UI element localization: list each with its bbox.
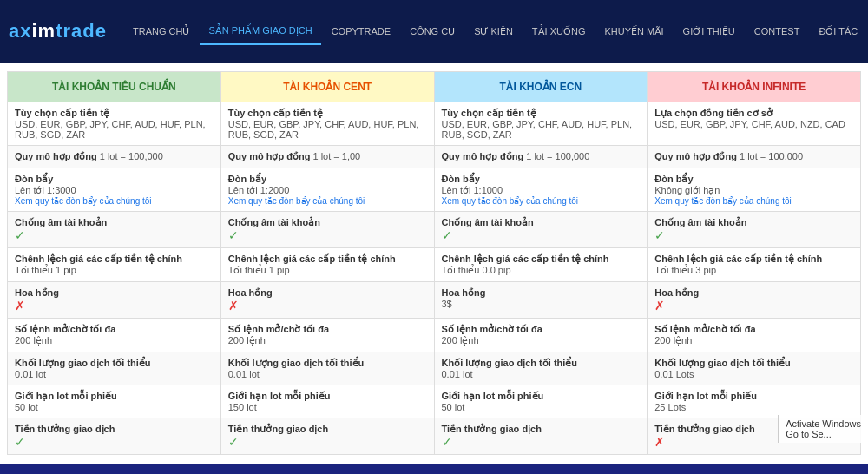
ecn-bonus-label: Tiền thưởng giao dịch (442, 424, 641, 435)
cent-currency-value: USD, EUR, GBP, JPY, CHF, AUD, HUF, PLN, … (228, 119, 427, 140)
std-bonus-label: Tiền thưởng giao dịch (15, 424, 214, 435)
cent-minvol-label: Khối lượng giao dịch tối thiểu (228, 358, 427, 369)
cent-protection-check: ✓ (228, 228, 427, 242)
header-standard: TÀI KHOẢN TIÊU CHUẨN (8, 72, 221, 102)
navbar: aximtrade TRANG CHỦ SẢN PHẨM GIAO DỊCH C… (0, 0, 868, 63)
std-contract-value: 1 lot = 100,000 (100, 151, 163, 161)
nav-san-pham[interactable]: SẢN PHẨM GIAO DỊCH (200, 17, 320, 45)
cent-maxlot-value: 150 lot (228, 402, 427, 412)
cent-leverage-value: Lên tới 1:2000 (228, 185, 427, 196)
row-leverage: Đòn bẩy Lên tới 1:3000 Xem quy tắc đòn b… (8, 168, 861, 212)
nav-su-kien[interactable]: SỰ KIỆN (465, 18, 522, 44)
goto-text: Go to Se... (786, 429, 861, 439)
cent-bonus-label: Tiền thưởng giao dịch (228, 424, 427, 435)
std-leverage-link[interactable]: Xem quy tắc đòn bẩy của chúng tôi (15, 196, 214, 206)
std-minvol-label: Khối lượng giao dịch tối thiểu (15, 358, 214, 369)
std-spread-value: Tối thiểu 1 pip (15, 265, 214, 276)
ecn-leverage-label: Đòn bẩy (442, 174, 641, 185)
logo[interactable]: aximtrade (9, 20, 107, 43)
inf-leverage-label: Đòn bẩy (654, 174, 853, 185)
std-commission-cross: ✗ (15, 299, 214, 313)
ecn-protection-label: Chống âm tài khoản (442, 217, 641, 228)
nav-gioi-thieu[interactable]: GIỚI THIỆU (674, 18, 744, 44)
comparison-table: TÀI KHOẢN TIÊU CHUẨN TÀI KHOẢN CENT TÀI … (7, 71, 861, 455)
ecn-minvol-value: 0.01 lot (442, 369, 641, 379)
cent-leverage-label: Đòn bẩy (228, 174, 427, 185)
nav-contest[interactable]: CONTEST (746, 18, 809, 44)
nav-tai-xuong[interactable]: TẢI XUỐNG (523, 18, 595, 44)
row-min-volume: Khối lượng giao dịch tối thiểu 0.01 lot … (8, 352, 861, 385)
ecn-spread-value: Tối thiểu 0.0 pip (442, 265, 641, 276)
inf-maxlot-value: 25 Lots (654, 402, 853, 412)
cent-minvol-value: 0.01 lot (228, 369, 427, 379)
row-bonus: Tiền thưởng giao dịch ✓ Tiền thưởng giao… (8, 418, 861, 455)
inf-currency-label: Lựa chọn đồng tiền cơ sở (654, 108, 853, 119)
ecn-leverage-value: Lên tới 1:1000 (442, 185, 641, 196)
ecn-leverage-link[interactable]: Xem quy tắc đòn bẩy của chúng tôi (442, 196, 641, 206)
row-commission: Hoa hồng ✗ Hoa hồng ✗ Hoa hồng 3$ Hoa hồ… (8, 282, 861, 319)
std-currency-label: Tùy chọn cấp tiền tệ (15, 108, 214, 119)
std-minvol-value: 0.01 lot (15, 369, 214, 379)
std-orders-label: Số lệnh mở/chờ tối đa (15, 324, 214, 335)
header-infinite: TÀI KHOẢN INFINITE (648, 72, 861, 102)
inf-protection-check: ✓ (654, 228, 853, 242)
inf-currency-value: USD, EUR, GBP, JPY, CHF, AUD, NZD, CAD (654, 119, 853, 129)
ecn-maxlot-value: 50 lot (442, 402, 641, 412)
cent-bonus-check: ✓ (228, 435, 427, 449)
nav-trang-chu[interactable]: TRANG CHỦ (124, 18, 198, 44)
inf-spread-value: Tối thiểu 3 pip (654, 265, 853, 276)
inf-minvol-label: Khối lượng giao dịch tối thiểu (654, 358, 853, 369)
inf-contract-value: 1 lot = 100,000 (740, 151, 803, 161)
std-leverage-label: Đòn bẩy (15, 174, 214, 185)
row-max-lot: Giới hạn lot mỗi phiếu 50 lot Giới hạn l… (8, 385, 861, 418)
ecn-protection-check: ✓ (442, 228, 641, 242)
std-protection-check: ✓ (15, 228, 214, 242)
std-maxlot-value: 50 lot (15, 402, 214, 412)
cent-orders-value: 200 lệnh (228, 335, 427, 346)
nav-cong-cu[interactable]: CÔNG CỤ (401, 18, 464, 44)
std-contract-label: Quy mô hợp đồng (15, 151, 97, 161)
activate-watermark: Activate Windows Go to Se... (778, 415, 868, 443)
inf-leverage-value: Không giới hạn (654, 185, 853, 196)
inf-commission-cross: ✗ (654, 299, 853, 313)
header-cent: TÀI KHOẢN CENT (220, 72, 434, 102)
inf-commission-label: Hoa hồng (654, 287, 853, 299)
row-protection: Chống âm tài khoản ✓ Chống âm tài khoản … (8, 212, 861, 248)
ecn-currency-value: USD, EUR, GBP, JPY, CHF, AUD, HUF, PLN, … (442, 119, 641, 140)
std-orders-value: 200 lệnh (15, 335, 214, 346)
inf-contract-label: Quy mô hợp đồng (654, 151, 737, 161)
ecn-minvol-label: Khối lượng giao dịch tối thiểu (442, 358, 641, 369)
inf-leverage-link[interactable]: Xem quy tắc đòn bẩy của chúng tôi (654, 196, 853, 206)
activate-text: Activate Windows (786, 418, 861, 429)
std-commission-label: Hoa hồng (15, 287, 214, 299)
nav-khuyen-mai[interactable]: KHUYẾN MÃI (595, 18, 672, 44)
std-protection-label: Chống âm tài khoản (15, 217, 214, 228)
nav-items: TRANG CHỦ SẢN PHẨM GIAO DỊCH COPYTRADE C… (124, 17, 866, 45)
cent-contract-value: 1 lot = 1,00 (312, 151, 360, 161)
inf-protection-label: Chống âm tài khoản (654, 217, 853, 228)
main-content: TÀI KHOẢN TIÊU CHUẨN TÀI KHOẢN CENT TÀI … (0, 63, 868, 464)
std-currency-value: USD, EUR, GBP, JPY, CHF, AUD, HUF, PLN, … (15, 119, 214, 140)
cent-leverage-link[interactable]: Xem quy tắc đòn bẩy của chúng tôi (228, 196, 427, 206)
nav-copytrade[interactable]: COPYTRADE (323, 18, 399, 44)
cent-currency-label: Tùy chọn cấp tiền tệ (228, 108, 427, 119)
header-ecn: TÀI KHOẢN ECN (434, 72, 648, 102)
row-orders: Số lệnh mở/chờ tối đa 200 lệnh Số lệnh m… (8, 319, 861, 352)
cent-orders-label: Số lệnh mở/chờ tối đa (228, 324, 427, 335)
inf-spread-label: Chênh lệch giá các cấp tiền tệ chính (654, 253, 853, 265)
ecn-currency-label: Tùy chọn cấp tiền tệ (442, 108, 641, 119)
std-spread-label: Chênh lệch giá các cấp tiền tệ chính (15, 253, 214, 265)
row-currency: Tùy chọn cấp tiền tệ USD, EUR, GBP, JPY,… (8, 102, 861, 146)
row-spread: Chênh lệch giá các cấp tiền tệ chính Tối… (8, 248, 861, 282)
ecn-commission-label: Hoa hồng (442, 287, 641, 299)
inf-orders-value: 200 lệnh (654, 335, 853, 346)
cent-maxlot-label: Giới hạn lot mỗi phiếu (228, 391, 427, 402)
std-bonus-check: ✓ (15, 435, 214, 449)
inf-minvol-value: 0.01 Lots (654, 369, 853, 379)
inf-maxlot-label: Giới hạn lot mỗi phiếu (654, 391, 853, 402)
cent-contract-label: Quy mô hợp đồng (228, 151, 311, 161)
nav-doi-tac[interactable]: ĐỐI TÁC (810, 18, 866, 44)
cent-spread-value: Tối thiểu 1 pip (228, 265, 427, 276)
row-contract: Quy mô hợp đồng 1 lot = 100,000 Quy mô h… (8, 146, 861, 168)
ecn-orders-label: Số lệnh mở/chờ tối đa (442, 324, 641, 335)
